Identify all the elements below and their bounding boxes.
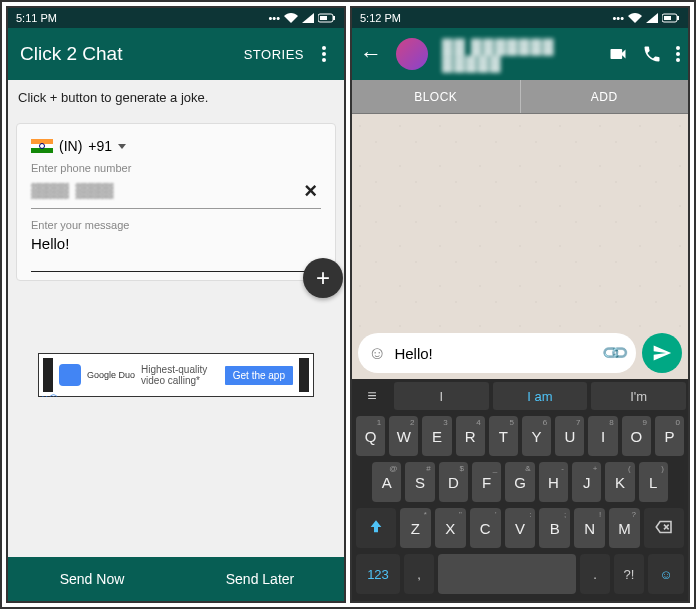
overflow-menu-icon[interactable] [676,46,680,62]
attach-icon[interactable]: 🔗 [599,337,630,368]
key-y[interactable]: Y6 [522,416,551,456]
ad-brand: Google Duo [87,370,135,380]
svg-rect-5 [664,16,671,20]
svg-rect-2 [320,16,327,20]
key-p[interactable]: P0 [655,416,684,456]
status-bar: 5:11 PM ••• [8,8,344,28]
india-flag-icon [31,139,53,153]
emoji-key[interactable]: ☺ [648,554,684,594]
key-t[interactable]: T5 [489,416,518,456]
key-k[interactable]: K( [605,462,634,502]
chat-app-bar: ← ▓▓ ▓▓▓▓▓▓▓ ▓▓▓▓▓ [352,28,688,80]
keyboard-menu-icon[interactable]: ≡ [354,382,390,410]
status-time: 5:11 PM [16,12,268,24]
ad-banner[interactable]: Google Duo Highest-quality video calling… [38,353,314,397]
compose-card: (IN) +91 Enter phone number × Enter your… [16,123,336,281]
backspace-key[interactable] [644,508,684,548]
key-g[interactable]: G& [505,462,534,502]
keyboard-row-3: Z*X"C'V:B;N!M? [352,505,688,551]
key-f[interactable]: F_ [472,462,501,502]
key-u[interactable]: U7 [555,416,584,456]
key-w[interactable]: W2 [389,416,418,456]
key-e[interactable]: E3 [422,416,451,456]
key-v[interactable]: V: [505,508,536,548]
message-input-row: ☺ 🔗 [352,327,688,379]
video-call-icon[interactable] [608,44,628,64]
message-pill: ☺ 🔗 [358,333,636,373]
block-button[interactable]: BLOCK [352,80,521,113]
suggestion-3[interactable]: I'm [591,382,686,410]
app-bar: Click 2 Chat STORIES [8,28,344,80]
key-a[interactable]: A@ [372,462,401,502]
symbols-key[interactable]: ?! [614,554,644,594]
app-title: Click 2 Chat [20,43,232,65]
key-c[interactable]: C' [470,508,501,548]
key-i[interactable]: I8 [588,416,617,456]
country-selector[interactable]: (IN) +91 [31,138,321,154]
send-now-button[interactable]: Send Now [8,557,176,601]
avatar[interactable] [396,38,428,70]
hint-text: Click + button to generate a joke. [8,80,344,115]
stories-button[interactable]: STORIES [244,47,304,62]
chat-background [352,114,688,327]
emoji-icon[interactable]: ☺ [368,343,386,364]
spam-actions: BLOCK ADD [352,80,688,114]
key-z[interactable]: Z* [400,508,431,548]
back-button[interactable]: ← [360,41,382,67]
overflow-menu-icon[interactable] [316,46,332,62]
dial-code: +91 [88,138,112,154]
key-s[interactable]: S# [405,462,434,502]
chat-message-input[interactable] [394,345,596,362]
add-contact-button[interactable]: ADD [521,80,689,113]
send-later-button[interactable]: Send Later [176,557,344,601]
whatsapp-chat-screen: 5:12 PM ••• ← ▓▓ ▓▓▓▓▓▓▓ ▓▓▓▓▓ BLOCK ADD… [350,6,690,603]
clear-icon[interactable]: × [300,178,321,204]
bottom-actions: Send Now Send Later [8,557,344,601]
key-x[interactable]: X" [435,508,466,548]
key-d[interactable]: D$ [439,462,468,502]
status-bar: 5:12 PM ••• [352,8,688,28]
chevron-down-icon [118,144,126,149]
country-label: (IN) [59,138,82,154]
suggestion-1[interactable]: I [394,382,489,410]
message-input[interactable] [31,235,321,252]
period-key[interactable]: . [580,554,610,594]
svg-rect-4 [677,16,679,20]
keyboard: ≡ I I am I'm Q1W2E3R4T5Y6U7I8O9P0 A@S#D$… [352,379,688,601]
numeric-key[interactable]: 123 [356,554,400,594]
shift-key[interactable] [356,508,396,548]
contact-name[interactable]: ▓▓ ▓▓▓▓▓▓▓ ▓▓▓▓▓ [442,37,594,71]
status-icons: ••• [612,12,680,24]
phone-label: Enter phone number [31,162,321,174]
key-j[interactable]: J+ [572,462,601,502]
message-label: Enter your message [31,219,321,231]
key-m[interactable]: M? [609,508,640,548]
add-joke-button[interactable]: + [303,258,343,298]
key-l[interactable]: L) [639,462,668,502]
svg-rect-1 [333,16,335,20]
send-button[interactable] [642,333,682,373]
phone-input[interactable] [31,183,300,199]
suggestion-2[interactable]: I am [493,382,588,410]
click2chat-screen: 5:11 PM ••• Click 2 Chat STORIES Click +… [6,6,346,603]
status-time: 5:12 PM [360,12,612,24]
space-key[interactable] [438,554,576,594]
key-h[interactable]: H- [539,462,568,502]
voice-call-icon[interactable] [642,44,662,64]
keyboard-row-1: Q1W2E3R4T5Y6U7I8O9P0 [352,413,688,459]
key-o[interactable]: O9 [622,416,651,456]
background-pattern [8,397,344,557]
key-n[interactable]: N! [574,508,605,548]
duo-icon [59,364,81,386]
key-b[interactable]: B; [539,508,570,548]
key-q[interactable]: Q1 [356,416,385,456]
status-icons: ••• [268,12,336,24]
key-r[interactable]: R4 [456,416,485,456]
comma-key[interactable]: , [404,554,434,594]
keyboard-row-2: A@S#D$F_G&H-J+K(L) [352,459,688,505]
ad-cta-button[interactable]: Get the app [225,366,293,385]
ad-text: Highest-quality video calling* [141,364,219,386]
